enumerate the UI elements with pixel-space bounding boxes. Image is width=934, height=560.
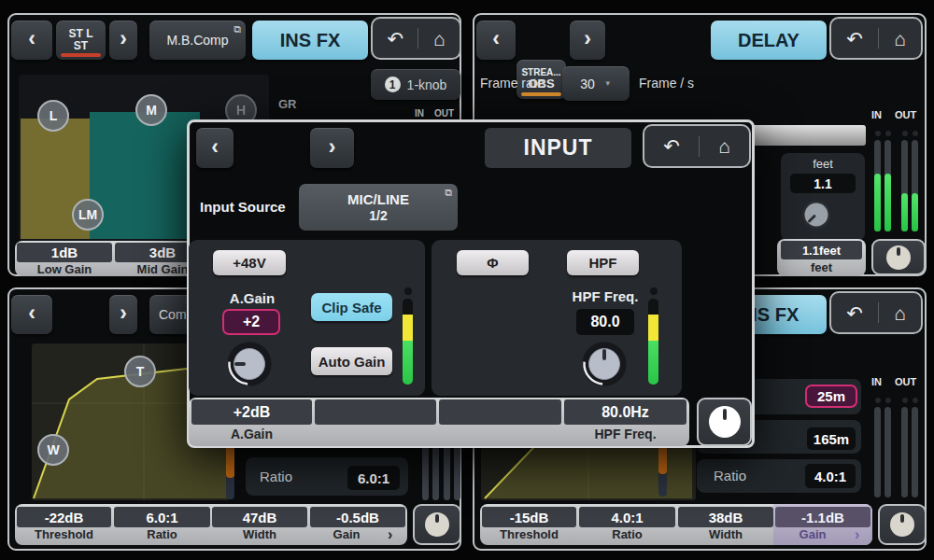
hpf-freq-value: 80.0 <box>590 314 619 330</box>
meter-peak-dot <box>902 398 908 403</box>
param-label: Gain <box>310 528 383 541</box>
feet-value-box[interactable]: 1.1 <box>790 174 856 193</box>
mid-band-region <box>90 112 200 239</box>
undo-icon[interactable]: ↶ <box>387 29 403 49</box>
one-knob-button[interactable]: 1 1-knob <box>371 69 460 100</box>
param-cell[interactable]: 1.1feet <box>781 241 862 259</box>
mixer-screen: ‹ ST L ST › M.B.Comp ⧉ INS FX ↶ ⌂ L M H … <box>0 0 934 560</box>
channel-select-button[interactable]: ST L ST <box>56 21 106 60</box>
param-label: Gain <box>775 528 850 541</box>
more-params-icon[interactable]: › <box>855 526 859 543</box>
ratio-value-box[interactable]: 4.0:1 <box>805 464 856 488</box>
param-cell[interactable]: 4.0:1 <box>579 507 675 527</box>
param-cell[interactable]: -0.5dB <box>310 507 405 527</box>
param-cell[interactable]: 6.0:1 <box>114 507 210 527</box>
param-label: Ratio <box>114 528 210 541</box>
hpf-freq-value-box[interactable]: 80.0 <box>576 309 634 335</box>
param-label: Threshold <box>17 528 111 541</box>
param-cell[interactable]: 80.0Hz <box>564 399 686 425</box>
param-cell[interactable]: +2dB <box>191 399 312 425</box>
again-value-box[interactable]: +2 <box>222 309 280 335</box>
page-title-ins-fx[interactable]: INS FX <box>252 21 368 60</box>
param-cell[interactable] <box>439 399 561 425</box>
band-handle-lowmid[interactable]: LM <box>72 199 104 231</box>
home-icon[interactable]: ⌂ <box>894 303 906 323</box>
param-cell[interactable]: -22dB <box>17 507 111 527</box>
param-label: Ratio <box>579 528 675 541</box>
hpf-freq-knob[interactable] <box>579 339 630 389</box>
one-knob-label: 1-knob <box>407 77 447 92</box>
phantom-48v-button[interactable]: +48V <box>213 250 286 275</box>
meter-peak-dot <box>913 398 918 403</box>
value-box[interactable]: 165m <box>807 427 856 450</box>
band-handle-mid[interactable]: M <box>135 94 167 126</box>
param-value: 3dB <box>149 245 176 260</box>
hpf-level-meter <box>648 299 658 385</box>
ratio-value-box[interactable]: 6.0:1 <box>347 466 400 490</box>
input-source-button[interactable]: MIC/LINE 1/2 ⧉ <box>299 184 458 231</box>
nav-group: ↶ ⌂ <box>829 291 923 334</box>
home-icon[interactable]: ⌂ <box>433 29 446 49</box>
param-value: +2dB <box>234 404 271 421</box>
input-source-line2: 1/2 <box>369 208 387 224</box>
out-label: OUT <box>895 376 916 387</box>
prev-channel-button[interactable]: ‹ <box>196 128 234 168</box>
selected-value-box[interactable]: 25m <box>805 385 857 408</box>
knob-mode-button[interactable] <box>697 398 752 446</box>
nav-group: ↶ ⌂ <box>829 17 923 60</box>
prev-channel-button[interactable]: ‹ <box>11 295 52 334</box>
hpf-freq-label: HPF Freq. <box>570 288 641 304</box>
band-handle-label: H <box>236 103 246 118</box>
undo-icon[interactable]: ↶ <box>846 29 863 49</box>
in-meter <box>874 407 881 497</box>
page-title-delay[interactable]: DELAY <box>711 21 827 60</box>
band-handle-label: M <box>146 103 157 118</box>
auto-gain-button[interactable]: Auto Gain <box>311 347 392 375</box>
preset-name-button[interactable]: M.B.Comp ⧉ <box>149 21 246 60</box>
band-handle-low[interactable]: L <box>37 100 69 132</box>
param-label: Width <box>212 528 307 541</box>
param-cell[interactable]: 38dB <box>678 507 773 527</box>
param-value: 6.0:1 <box>146 510 177 525</box>
meter-peak-dot <box>875 398 881 403</box>
width-handle[interactable]: W <box>37 434 69 466</box>
knob-mode-button[interactable] <box>878 504 927 545</box>
param-cell[interactable]: 47dB <box>212 507 307 527</box>
prev-channel-button[interactable]: ‹ <box>11 21 52 60</box>
channel-name-line2: ST <box>74 40 88 52</box>
param-value: 4.0:1 <box>814 469 846 484</box>
param-cell[interactable]: 1dB <box>17 243 112 262</box>
param-cell[interactable] <box>315 399 436 425</box>
in-meter <box>884 407 891 497</box>
knob-mode-button[interactable] <box>871 239 926 275</box>
next-channel-button[interactable]: › <box>109 21 137 60</box>
hpf-label: HPF <box>589 255 617 271</box>
frame-rate-dropdown[interactable]: 30 ▼ <box>562 66 630 101</box>
param-cell-selected[interactable]: -1.1dB <box>775 507 870 527</box>
home-icon[interactable]: ⌂ <box>718 136 730 156</box>
next-channel-button[interactable]: › <box>310 128 354 168</box>
threshold-handle[interactable]: T <box>124 356 156 387</box>
hpf-button[interactable]: HPF <box>567 250 639 275</box>
preset-name: M.B.Comp <box>166 33 228 48</box>
home-icon[interactable]: ⌂ <box>894 29 906 49</box>
phase-button[interactable]: Φ <box>457 250 529 275</box>
next-channel-button[interactable]: › <box>109 295 137 334</box>
undo-icon[interactable]: ↶ <box>663 136 680 156</box>
clip-safe-button[interactable]: Clip Safe <box>311 293 392 321</box>
meter-peak-dot <box>404 287 412 295</box>
chevron-down-icon: ▼ <box>604 79 612 88</box>
prev-channel-button[interactable]: ‹ <box>476 21 516 60</box>
next-channel-button[interactable]: › <box>570 21 605 60</box>
param-cell[interactable]: -15dB <box>482 507 576 527</box>
feet-knob[interactable] <box>800 198 833 231</box>
param-value: -15dB <box>510 510 549 525</box>
nav-group: ↶ ⌂ <box>371 17 461 60</box>
page-title-label: DELAY <box>738 30 800 51</box>
undo-icon[interactable]: ↶ <box>846 303 863 323</box>
more-params-icon[interactable]: › <box>388 526 392 543</box>
meter-peak-dot <box>875 131 881 136</box>
knob-mode-button[interactable] <box>413 504 461 545</box>
channel-color-bar <box>61 53 101 57</box>
again-knob[interactable] <box>224 339 275 389</box>
